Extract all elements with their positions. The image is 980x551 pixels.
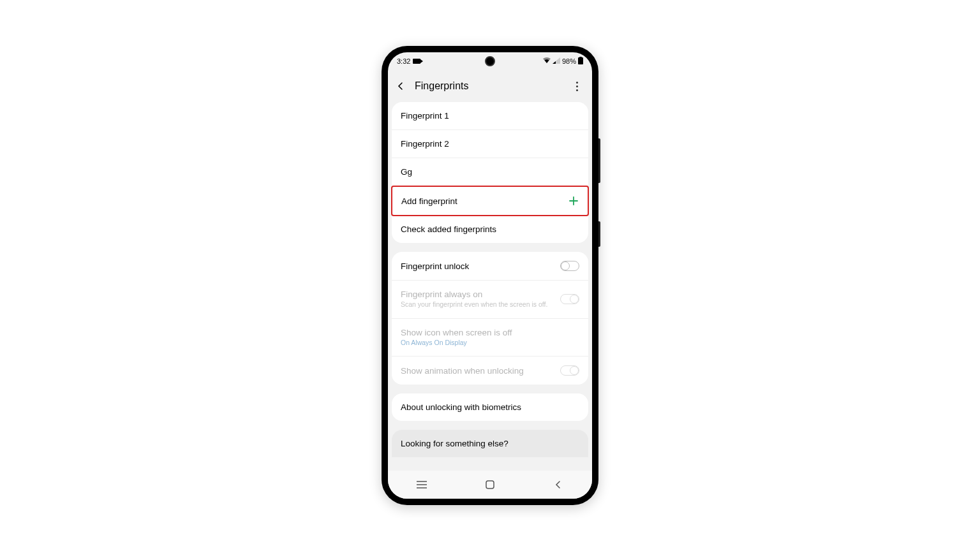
show-icon-row: Show icon when screen is off On Always O…: [392, 319, 588, 357]
about-biometrics-button[interactable]: About unlocking with biometrics: [392, 393, 588, 421]
fingerprint-unlock-toggle[interactable]: [560, 261, 579, 271]
show-animation-toggle: [560, 365, 579, 376]
always-on-toggle: [560, 294, 579, 304]
camera-hole: [485, 56, 495, 66]
always-on-label: Fingerprint always on: [401, 290, 482, 299]
about-card: About unlocking with biometrics: [392, 393, 588, 421]
camera-rec-icon: [413, 59, 420, 64]
fingerprint-unlock-label: Fingerprint unlock: [401, 261, 560, 271]
status-time: 3:32: [397, 57, 410, 65]
check-fingerprints-label: Check added fingerprints: [401, 224, 579, 234]
show-animation-row: Show animation when unlocking: [392, 356, 588, 385]
recents-button[interactable]: [412, 475, 431, 494]
volume-button: [598, 138, 600, 183]
looking-for-card[interactable]: Looking for something else?: [392, 430, 588, 457]
content-area: Fingerprint 1 Fingerprint 2 Gg Add finge…: [388, 102, 592, 471]
battery-percent: 98%: [562, 57, 576, 65]
back-nav-button[interactable]: [549, 475, 568, 494]
more-options-button[interactable]: [572, 82, 584, 91]
back-button[interactable]: [396, 81, 406, 91]
battery-icon: [578, 57, 583, 66]
fingerprint-unlock-row[interactable]: Fingerprint unlock: [392, 252, 588, 281]
power-button: [598, 221, 600, 247]
svg-rect-1: [579, 57, 582, 58]
looking-for-label: Looking for something else?: [401, 439, 509, 448]
svg-rect-0: [578, 57, 583, 64]
plus-icon: [568, 196, 579, 206]
navigation-bar: [388, 471, 592, 499]
show-animation-label: Show animation when unlocking: [401, 366, 560, 376]
fingerprint-item[interactable]: Gg: [392, 158, 588, 186]
signal-icon: [553, 57, 560, 65]
phone-screen: 3:32 98% Fingerprints: [388, 52, 592, 499]
fingerprint-always-on-row: Fingerprint always on Scan your fingerpr…: [392, 281, 588, 319]
add-fingerprint-label: Add fingerprint: [401, 196, 568, 206]
about-biometrics-label: About unlocking with biometrics: [401, 402, 579, 412]
show-icon-sub: On Always On Display: [401, 339, 579, 348]
fingerprint-item[interactable]: Fingerprint 2: [392, 130, 588, 158]
add-fingerprint-button[interactable]: Add fingerprint: [391, 186, 589, 216]
wifi-icon: [543, 57, 551, 65]
settings-card: Fingerprint unlock Fingerprint always on…: [392, 252, 588, 385]
fingerprints-card: Fingerprint 1 Fingerprint 2 Gg Add finge…: [392, 102, 588, 243]
fingerprint-item[interactable]: Fingerprint 1: [392, 102, 588, 130]
page-title: Fingerprints: [415, 80, 563, 92]
home-button[interactable]: [480, 475, 500, 494]
svg-rect-5: [486, 481, 494, 489]
fingerprint-label: Fingerprint 2: [401, 139, 579, 149]
always-on-sub: Scan your fingerprint even when the scre…: [401, 300, 560, 309]
fingerprint-label: Gg: [401, 167, 579, 177]
page-header: Fingerprints: [388, 70, 592, 102]
fingerprint-label: Fingerprint 1: [401, 111, 579, 121]
phone-frame: 3:32 98% Fingerprints: [382, 46, 598, 505]
check-fingerprints-button[interactable]: Check added fingerprints: [392, 216, 588, 243]
show-icon-label: Show icon when screen is off: [401, 328, 512, 337]
